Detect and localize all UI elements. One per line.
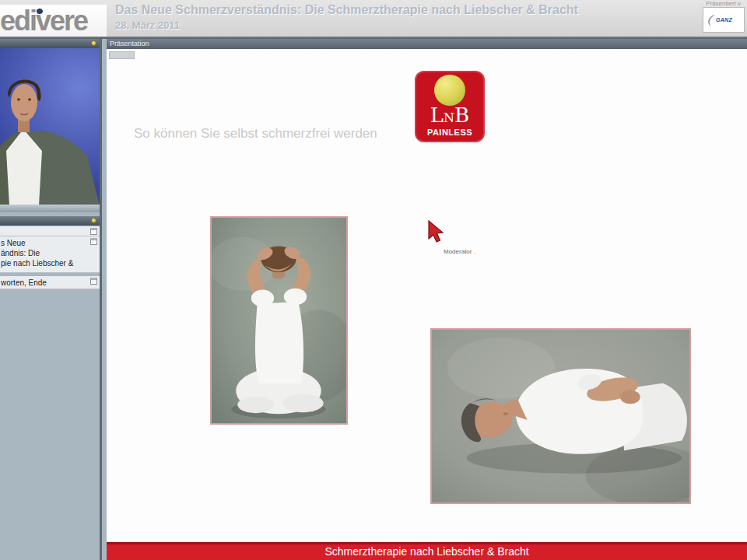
brand-logo: edivere — [0, 5, 107, 37]
presentation-tab-label: Präsentation — [107, 39, 747, 49]
moderator-label: Moderator . — [444, 248, 475, 255]
slide-toolbar-chip[interactable] — [109, 51, 135, 59]
lying-person-figure — [432, 330, 689, 502]
agenda-item[interactable] — [0, 226, 100, 236]
agenda-panel-control-icon[interactable] — [91, 218, 96, 223]
slide-footer-bar: Schmerztherapie nach Liebscher & Bracht — [107, 542, 747, 560]
kneeling-person-figure — [212, 218, 346, 423]
presented-by-label: Präsentiert v — [706, 0, 741, 7]
webinar-title: Das Neue Schmerzverständnis: Die Schmerz… — [115, 3, 578, 17]
agenda-panel-header — [0, 216, 100, 226]
moderator-cursor-icon — [426, 220, 447, 243]
presentation-area: Präsentation So können Sie selbst schmer… — [107, 39, 747, 560]
kneeling-person-photo — [210, 216, 348, 425]
lying-person-photo — [430, 328, 691, 504]
lnb-logo-text: LNB — [415, 103, 485, 130]
agenda-item[interactable]: s Neue ändnis: Die pie nach Liebscher & — [0, 236, 100, 273]
agenda-item-label: pie nach Liebscher & — [0, 258, 100, 268]
partner-logo: GANZ — [703, 7, 745, 33]
presentation-tab-bar[interactable]: Präsentation — [107, 39, 747, 49]
brand-logo-text: edivere — [0, 5, 87, 37]
lnb-ball-icon — [434, 75, 465, 106]
lnb-letter: B — [454, 103, 469, 127]
slide-footer-text: Schmerztherapie nach Liebscher & Bracht — [324, 545, 528, 558]
video-control-strip[interactable] — [0, 205, 100, 212]
webinar-date: 28. März 2011 — [115, 19, 180, 31]
lnb-logo-subtitle: PAINLESS — [415, 128, 485, 137]
lnb-letter: N — [444, 110, 454, 125]
webinar-window: edivere Das Neue Schmerzverständnis: Die… — [0, 0, 747, 560]
agenda-item-label: worten, Ende — [0, 278, 100, 288]
video-panel-header — [0, 39, 100, 48]
agenda-item-label: ändnis: Die — [0, 248, 100, 258]
speaker-figure — [0, 48, 100, 205]
agenda-list: s Neue ändnis: Die pie nach Liebscher & … — [0, 226, 100, 289]
agenda-item-icon[interactable] — [90, 278, 97, 285]
agenda-item-icon[interactable] — [90, 238, 97, 245]
speaker-video[interactable] — [0, 48, 100, 205]
agenda-item[interactable]: worten, Ende — [0, 276, 100, 289]
lnb-letter: L — [430, 103, 444, 127]
agenda-item-icon[interactable] — [90, 228, 97, 235]
lnb-painless-logo: LNB PAINLESS — [415, 71, 485, 142]
partner-logo-text: GANZ — [716, 17, 732, 23]
slide-canvas: So können Sie selbst schmerzfrei werden … — [107, 49, 747, 542]
slide-title: So können Sie selbst schmerzfrei werden — [134, 126, 377, 142]
partner-swoosh-icon — [706, 14, 717, 28]
sidebar-divider — [100, 39, 102, 560]
app-header: edivere Das Neue Schmerzverständnis: Die… — [0, 0, 747, 37]
sidebar: s Neue ändnis: Die pie nach Liebscher & … — [0, 39, 107, 560]
agenda-item-label: s Neue — [0, 238, 100, 248]
video-panel-control-icon[interactable] — [91, 40, 96, 46]
